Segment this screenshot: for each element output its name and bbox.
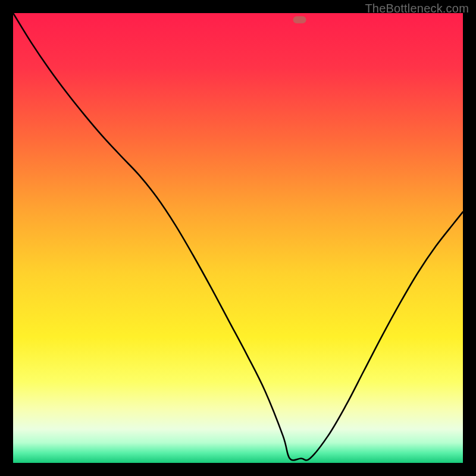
gradient-background: [13, 13, 463, 463]
optimal-marker: [293, 16, 306, 23]
bottleneck-chart: [0, 0, 476, 476]
watermark-text: TheBottleneck.com: [365, 2, 469, 15]
chart-container: TheBottleneck.com: [0, 0, 476, 476]
